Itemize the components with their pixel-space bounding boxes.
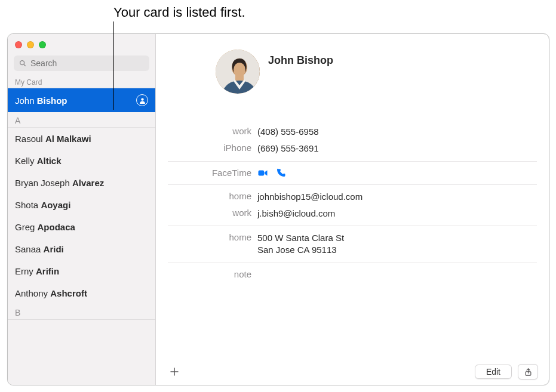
field-label: home — [168, 232, 257, 257]
contact-first-name: John — [15, 95, 35, 106]
field-label: FaceTime — [168, 168, 257, 178]
close-window-button[interactable] — [15, 41, 22, 48]
svg-rect-8 — [259, 170, 265, 175]
callout-text: Your card is listed first. — [113, 5, 245, 20]
field-value[interactable]: j.bish9@icloud.com — [257, 208, 335, 220]
field-value[interactable]: (669) 555-3691 — [257, 143, 319, 155]
contact-first-name: Rasoul — [15, 134, 43, 144]
facetime-actions — [257, 168, 286, 178]
contact-last-name: Al Malkawi — [45, 134, 91, 144]
minimize-window-button[interactable] — [27, 41, 34, 48]
search-icon — [19, 59, 27, 67]
section-my-card: My Card — [8, 76, 155, 88]
right-button-group: Edit — [475, 364, 538, 379]
sidebar: My Card John Bishop A Rasoul Al Malkawi … — [8, 34, 156, 385]
field-label: note — [168, 269, 257, 279]
field-note: note — [168, 267, 537, 282]
field-email-work: work j.bish9@icloud.com — [168, 205, 537, 222]
detail-pane: John Bishop work (408) 555-6958 iPhone (… — [156, 34, 549, 385]
callout-line — [113, 21, 114, 110]
window-controls — [8, 34, 155, 53]
contact-row[interactable]: Kelly Altick — [8, 150, 155, 172]
edit-button[interactable]: Edit — [475, 365, 512, 379]
contact-row[interactable]: Bryan Joseph Alvarez — [8, 172, 155, 194]
search-input[interactable] — [30, 58, 145, 68]
svg-point-0 — [20, 61, 24, 65]
facetime-video-icon[interactable] — [257, 168, 268, 178]
contacts-window: My Card John Bishop A Rasoul Al Malkawi … — [7, 33, 549, 385]
contact-first-name: Bryan Joseph — [15, 178, 70, 188]
me-badge-icon — [136, 94, 148, 106]
divider — [168, 161, 537, 162]
field-phone-work: work (408) 555-6958 — [168, 124, 537, 140]
divider — [168, 263, 537, 263]
contact-last-name: Arifin — [36, 266, 59, 276]
field-value[interactable]: johnbishop15@icloud.com — [257, 191, 363, 203]
contact-first-name: Shota — [15, 200, 38, 210]
fullscreen-window-button[interactable] — [39, 41, 46, 48]
field-label: work — [168, 208, 257, 220]
search-container — [8, 53, 155, 76]
contact-last-name: Bishop — [37, 95, 67, 106]
field-value[interactable]: 500 W Santa Clara St San Jose CA 95113 — [257, 232, 344, 257]
field-address-home: home 500 W Santa Clara St San Jose CA 95… — [168, 230, 537, 259]
section-letter-b: B — [8, 304, 155, 320]
detail-header: John Bishop — [156, 34, 549, 100]
field-label: home — [168, 191, 257, 203]
contact-first-name: Greg — [15, 222, 35, 232]
contact-first-name: Kelly — [15, 156, 35, 166]
contact-last-name: Aridi — [44, 244, 64, 254]
contact-row[interactable]: Sanaa Aridi — [8, 238, 155, 260]
contact-row[interactable]: Greg Apodaca — [8, 216, 155, 238]
svg-point-2 — [141, 98, 143, 100]
field-label: work — [168, 126, 257, 138]
divider — [168, 226, 537, 226]
contact-row[interactable]: Anthony Ashcroft — [8, 282, 155, 304]
svg-rect-7 — [235, 75, 244, 81]
field-email-home: home johnbishop15@icloud.com — [168, 189, 537, 205]
field-facetime: FaceTime — [168, 165, 537, 181]
contact-row[interactable]: Shota Aoyagi — [8, 194, 155, 216]
contact-row[interactable]: Rasoul Al Malkawi — [8, 128, 155, 150]
contact-last-name: Alvarez — [72, 178, 104, 188]
contact-name: John Bishop — [268, 50, 333, 67]
contact-row-me[interactable]: John Bishop — [8, 88, 155, 112]
contact-last-name: Aoyagi — [41, 200, 70, 210]
contact-last-name: Altick — [37, 156, 62, 166]
svg-line-1 — [24, 64, 26, 66]
search-box[interactable] — [14, 55, 149, 71]
section-letter-a: A — [8, 112, 155, 128]
contact-first-name: Anthony — [15, 288, 48, 298]
field-value[interactable]: (408) 555-6958 — [257, 126, 319, 138]
contact-last-name: Apodaca — [38, 222, 75, 232]
detail-fields: work (408) 555-6958 iPhone (669) 555-369… — [156, 100, 549, 282]
share-button[interactable] — [518, 364, 538, 379]
add-contact-button[interactable] — [167, 364, 182, 379]
contact-first-name: Sanaa — [15, 244, 41, 254]
contact-first-name: Erny — [15, 266, 33, 276]
contact-row[interactable]: Erny Arifin — [8, 260, 155, 282]
field-phone-iphone: iPhone (669) 555-3691 — [168, 140, 537, 157]
field-label: iPhone — [168, 143, 257, 155]
divider — [168, 184, 537, 185]
contact-last-name: Ashcroft — [50, 288, 87, 298]
bottom-toolbar: Edit — [156, 359, 549, 385]
avatar[interactable] — [216, 50, 260, 94]
facetime-audio-icon[interactable] — [275, 168, 286, 178]
